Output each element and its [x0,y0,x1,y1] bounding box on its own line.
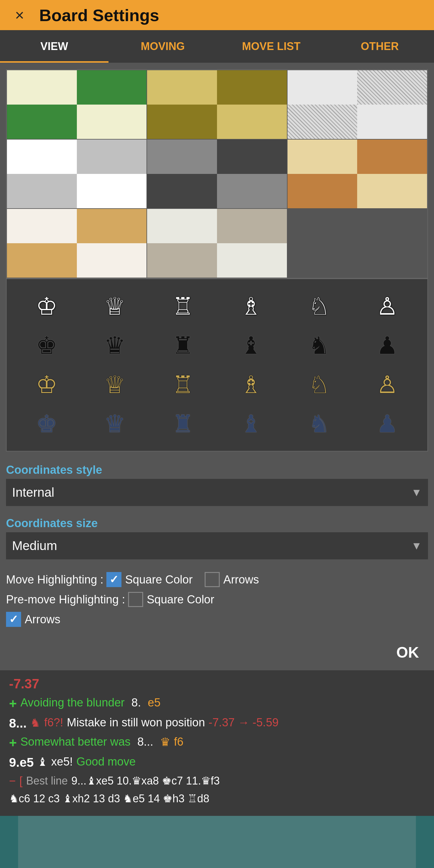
score-display: -7.37 [9,676,425,691]
analysis-line-1: + Avoiding the blunder 8. e5 [9,696,425,711]
move-highlighting-label: Move Highlighting : [6,573,103,586]
tab-move-list[interactable]: MOVE LIST [217,30,326,63]
move-highlighting-square-checkbox[interactable] [106,572,121,587]
avoid-blunder-text: Avoiding the blunder [21,696,128,709]
theme-leather[interactable] [287,139,427,209]
ok-button[interactable]: OK [387,641,428,664]
better-text: Somewhat better was [21,735,134,748]
white-pieces-row: ♔ ♕ ♖ ♗ ♘ ♙ [13,288,421,324]
premove-arrows-checkbox[interactable] [6,612,21,627]
tabs-bar: VIEW MOVING MOVE LIST OTHER [0,30,434,63]
piece-white-pawn[interactable]: ♙ [369,288,405,324]
piece-tan-rook[interactable]: ♖ [165,367,201,403]
piece-black-pawn[interactable]: ♟ [369,327,405,364]
header: × Board Settings [0,0,434,30]
premove-square-group: Square Color [128,592,214,607]
premove-arrows-row: Arrows [6,612,428,627]
dropdown-arrow-icon: ▼ [411,486,422,499]
better-move-num: 8... [137,735,156,748]
move-highlighting-square-group: Square Color [106,572,193,587]
knight-icon: ♞ [30,716,40,730]
settings-section: Coordinates style Internal ▼ Coordinates… [0,458,434,559]
piece-navy-king[interactable]: ♚ [29,406,65,442]
piece-tan-queen[interactable]: ♕ [97,367,133,403]
theme-green[interactable] [7,70,147,139]
theme-gold[interactable] [147,70,287,139]
bracket-open: [ [19,775,23,787]
best-line-label: Best line [26,775,68,787]
theme-hatched[interactable] [287,70,427,139]
premove-highlighting-row: Pre-move Highlighting : Square Color [6,592,428,607]
piece-navy-bishop[interactable]: ♝ [233,406,269,442]
tab-other[interactable]: OTHER [326,30,434,63]
square-color-label: Square Color [125,573,193,586]
move-num-2: 8... [9,716,27,731]
theme-whitegrey[interactable] [7,139,147,209]
better-move: f6 [174,735,184,748]
tab-view[interactable]: VIEW [0,30,108,63]
better-queen-icon: ♛ [160,735,170,749]
piece-tan-pawn[interactable]: ♙ [369,367,405,403]
piece-tan-knight[interactable]: ♘ [301,367,337,403]
theme-empty [287,209,427,278]
analysis-line-3: + Somewhat better was 8... ♛ f6 [9,735,425,750]
close-button[interactable]: × [9,4,30,26]
coordinates-style-value: Internal [12,485,411,500]
avoid-move: e5 [148,696,160,709]
move-highlighting-arrows-group: Arrows [205,572,259,587]
blunder-move: f6?! [44,716,63,729]
tan-pieces-row: ♔ ♕ ♖ ♗ ♘ ♙ [13,367,421,403]
tab-moving[interactable]: MOVING [108,30,217,63]
piece-white-rook[interactable]: ♖ [165,288,201,324]
checkbox-section: Move Highlighting : Square Color Arrows … [0,564,434,635]
coordinates-size-value: Medium [12,538,411,553]
premove-square-checkbox[interactable] [128,592,143,607]
good-move-text: xe5! [51,755,73,768]
dropdown-size-arrow-icon: ▼ [411,539,422,552]
avoid-move-num: 8. [131,696,144,709]
move-highlighting-row: Move Highlighting : Square Color Arrows [6,572,428,587]
bottom-moves: ♞c6 12 c3 ♝xh2 13 d3 ♞e5 14 ♚h3 ♖d8 [9,792,209,805]
move-highlighting-arrows-checkbox[interactable] [205,572,220,587]
analysis-best-line: − [ Best line 9...♝xe5 10.♛xa8 ♚c7 11.♛f… [9,775,425,787]
piece-black-king[interactable]: ♚ [29,327,65,364]
analysis-bottom-line: ♞c6 12 c3 ♝xh2 13 d3 ♞e5 14 ♚h3 ♖d8 [9,792,425,805]
theme-lightwood[interactable] [7,209,147,278]
piece-white-king[interactable]: ♔ [29,288,65,324]
piece-black-knight[interactable]: ♞ [301,327,337,364]
pieces-grid: ♔ ♕ ♖ ♗ ♘ ♙ ♚ ♛ ♜ ♝ ♞ ♟ ♔ ♕ ♖ ♗ [6,278,428,452]
piece-navy-pawn[interactable]: ♟ [369,406,405,442]
dash-icon: − [9,775,16,787]
arrows-label: Arrows [223,573,259,586]
premove-highlighting-label: Pre-move Highlighting : [6,593,125,606]
plus-icon-1: + [9,696,17,711]
score-change: -7.37 → -5.59 [209,716,278,729]
piece-navy-queen[interactable]: ♛ [97,406,133,442]
piece-white-bishop[interactable]: ♗ [233,288,269,324]
dialog-title: Board Settings [39,5,159,25]
ok-row: OK [0,635,434,670]
best-line-moves: 9...♝xe5 10.♛xa8 ♚c7 11.♛f3 [71,775,220,787]
piece-white-queen[interactable]: ♕ [97,288,133,324]
piece-navy-rook[interactable]: ♜ [165,406,201,442]
theme-darkgrey[interactable] [147,139,287,209]
piece-navy-knight[interactable]: ♞ [301,406,337,442]
coordinates-style-dropdown[interactable]: Internal ▼ [6,479,428,506]
coordinates-size-dropdown[interactable]: Medium ▼ [6,532,428,559]
black-pieces-row: ♚ ♛ ♜ ♝ ♞ ♟ [13,327,421,364]
analysis-line-4: 9.e5 ♝ xe5! Good move [9,755,425,770]
piece-tan-bishop[interactable]: ♗ [233,367,269,403]
piece-black-bishop[interactable]: ♝ [233,327,269,364]
premove-arrows-group: Arrows [6,612,60,627]
theme-marble[interactable] [147,209,287,278]
piece-white-knight[interactable]: ♘ [301,288,337,324]
piece-tan-king[interactable]: ♔ [29,367,65,403]
piece-black-queen[interactable]: ♛ [97,327,133,364]
navy-pieces-row: ♚ ♛ ♜ ♝ ♞ ♟ [13,406,421,442]
good-move-piece: ♝ [37,755,48,769]
coordinates-style-label: Coordinates style [6,458,428,479]
analysis-line-2: 8... ♞ f6?! Mistake in still won positio… [9,716,425,731]
good-move-label: Good move [76,755,135,768]
piece-black-rook[interactable]: ♜ [165,327,201,364]
good-move-num: 9.e5 [9,755,34,770]
